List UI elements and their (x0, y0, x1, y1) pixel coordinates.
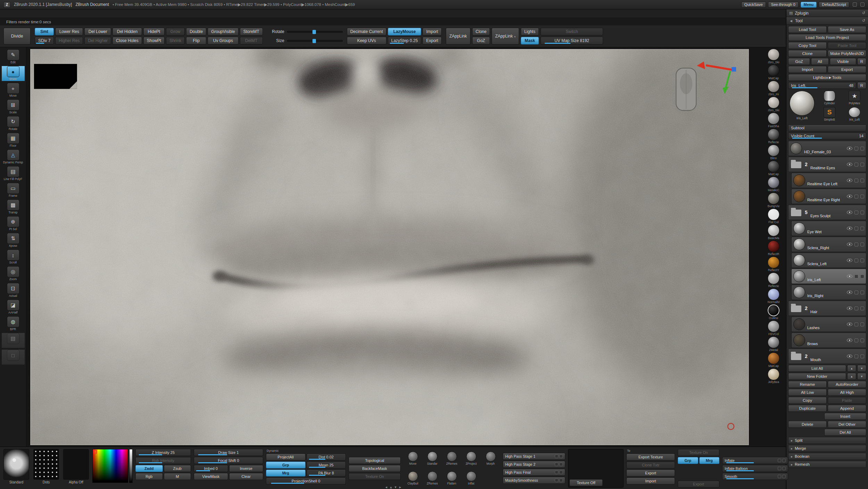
subtool-thumbnail[interactable] (793, 318, 805, 330)
visible-count-slider[interactable]: Visible Count 14 (788, 132, 866, 139)
brush-selector[interactable]: Standard (3, 449, 30, 488)
subtool-down-button[interactable] (857, 365, 866, 372)
sculpt-toggle-icon[interactable] (860, 179, 864, 182)
polypaint-icon[interactable] (854, 243, 858, 246)
sculpt-mode-button[interactable]: Zsub (164, 465, 191, 472)
zapplink-menu-button[interactable]: ZAppLink (492, 28, 519, 44)
subtool-row[interactable]: HD_Female_03 (788, 141, 866, 156)
intensity-slider[interactable]: Z Intensity 25 (135, 449, 191, 456)
left-shelf-tool[interactable]: + Move (2, 83, 25, 98)
eye-icon[interactable] (847, 179, 852, 182)
backfacemask-button[interactable]: BackfaceMask (349, 465, 401, 472)
mean-slider[interactable]: Mean 25 (307, 462, 346, 468)
subtool-row[interactable]: Sclera_Left (791, 253, 866, 268)
lightbox-tools-button[interactable]: Lightbox►Tools (788, 74, 866, 81)
list-all-button[interactable]: List All (788, 365, 846, 372)
grp-button-2[interactable]: Grp (678, 457, 698, 464)
material-item[interactable]: ReflectY (761, 256, 786, 272)
shelf-button[interactable]: Close Holes (112, 37, 142, 44)
eye-icon[interactable] (847, 354, 852, 358)
brush-preset[interactable]: Inflat (462, 469, 481, 488)
subtool-row[interactable]: Sclera_Right (791, 237, 866, 252)
polypaint-icon[interactable] (854, 259, 858, 262)
left-shelf-tool[interactable]: ▭ Frame (2, 183, 25, 198)
shelf-button[interactable]: GroupVisible (208, 28, 238, 35)
clone-button[interactable]: Clone (472, 28, 490, 35)
shelf-button[interactable]: Export (423, 37, 442, 44)
shelf-button[interactable]: Keep UVs (347, 37, 386, 44)
load-tools-from-project-button[interactable]: Load Tools From Project (788, 34, 866, 41)
left-shelf-tool[interactable]: ⇅ Xpose (2, 233, 25, 248)
size-slider[interactable] (287, 40, 343, 42)
left-shelf-tool[interactable]: ↻ Rotate (2, 116, 25, 131)
stroke-thumbnail[interactable] (33, 449, 59, 480)
inflate-macro-slider[interactable]: Smooth (722, 473, 788, 480)
titlebar-button[interactable]: DefaultZScript (819, 2, 849, 8)
recent-tool-thumbnail[interactable]: PolyMes (843, 91, 866, 107)
color-gradient[interactable] (92, 449, 128, 483)
imbed-slider[interactable]: Imbed 0 (194, 465, 228, 472)
left-shelf-tool[interactable]: ▤ Line Fill PolyF (2, 166, 25, 181)
projectionshell-slider[interactable]: ProjectionShell 0 (266, 478, 346, 484)
alpha-thumbnail[interactable] (63, 449, 89, 480)
goz-r-button[interactable]: R (857, 58, 866, 65)
subtool-row[interactable]: Lashes (791, 317, 866, 332)
dist-slider[interactable]: Dist 0.02 (307, 454, 346, 461)
color-picker[interactable] (92, 449, 133, 488)
left-shelf-tool[interactable]: ● Draw (2, 66, 25, 81)
texture-action-button[interactable]: Export (626, 470, 675, 476)
new-folder-button[interactable]: New Folder (788, 373, 846, 380)
intensity-slider[interactable]: Rgb Intensity (135, 457, 191, 464)
viewmask-button[interactable]: ViewMask (194, 473, 228, 480)
left-shelf-tool[interactable]: ⊞ Scale (2, 99, 25, 114)
subtool-thumbnail[interactable] (793, 334, 805, 346)
mrg-button-2[interactable]: Mrg (699, 457, 720, 464)
material-item[interactable]: BumpVie (761, 193, 786, 208)
polypaint-icon[interactable] (854, 179, 858, 182)
shelf-button[interactable]: Double (186, 28, 206, 35)
sculpt-toggle-icon[interactable] (860, 307, 864, 310)
window-close-icon[interactable] (860, 2, 865, 7)
rotate-slider[interactable] (287, 31, 343, 33)
sculpt-toggle-icon[interactable] (860, 354, 864, 358)
mrg-button[interactable]: Mrg (266, 470, 306, 476)
eye-icon[interactable] (847, 227, 852, 230)
all-low-button[interactable]: All Low (788, 389, 827, 396)
sculpt-mode-button[interactable]: M (164, 473, 191, 480)
material-item[interactable]: ReflectR (761, 241, 786, 256)
recent-tool-thumbnail[interactable]: Iris_Left (843, 107, 866, 123)
subtool-subsection-header[interactable]: Boolean (788, 453, 866, 460)
material-item[interactable]: NormalM (761, 288, 786, 304)
subtool-row[interactable]: Brows (791, 333, 866, 348)
insert-button[interactable]: Insert (824, 413, 866, 420)
recent-tool-thumbnail[interactable]: Cylinder (818, 91, 841, 107)
material-item[interactable]: MatCap (761, 352, 786, 368)
subtool-thumbnail[interactable] (790, 142, 802, 154)
subtool-row[interactable]: 2 Hair (788, 301, 866, 316)
copy-subtool-button[interactable]: Copy (788, 397, 827, 404)
all-high-button[interactable]: All High (828, 389, 866, 396)
subtool-thumbnail[interactable] (793, 238, 805, 250)
load-tool-button[interactable]: Load Tool (788, 26, 827, 33)
divide-button[interactable]: Divide (3, 28, 31, 44)
highpass-macro-button[interactable]: High Pass Stage 2 (503, 461, 565, 468)
sculpt-toggle-icon[interactable] (860, 339, 864, 342)
folder-down-button[interactable] (857, 373, 866, 380)
sculpt-toggle-icon[interactable] (860, 227, 864, 230)
shelf-button[interactable]: Grow (166, 28, 185, 35)
material-item[interactable]: JellyBea (761, 368, 786, 384)
shelf-button[interactable]: Shrink (166, 37, 185, 44)
eye-icon[interactable] (847, 275, 852, 278)
goz-button[interactable]: GoZ (472, 37, 490, 44)
subtool-row[interactable]: Realtime Eye Left (791, 173, 866, 188)
sculpt-toggle-icon[interactable] (860, 147, 864, 150)
del-other-button[interactable]: Del Other (828, 421, 866, 428)
del-all-button[interactable]: Del All (824, 429, 866, 436)
titlebar-button[interactable]: See-through 0 (768, 2, 799, 8)
save-as-button[interactable]: Save As (828, 26, 866, 33)
sculpt-toggle-icon[interactable] (860, 259, 864, 262)
polypaint-icon[interactable] (854, 163, 858, 166)
eye-icon[interactable] (847, 243, 852, 246)
projectall-button[interactable]: ProjectAll (266, 454, 306, 461)
sculpt-toggle-icon[interactable] (860, 291, 864, 294)
